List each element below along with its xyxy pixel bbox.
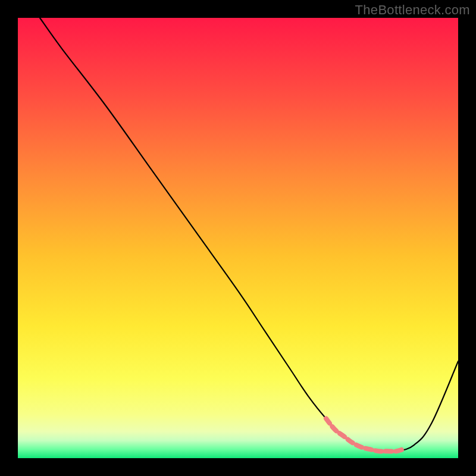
watermark-label: TheBottleneck.com <box>355 2 470 18</box>
curve-layer <box>18 18 458 458</box>
plot-area <box>18 18 458 458</box>
chart-container: TheBottleneck.com <box>0 0 476 476</box>
bottleneck-curve <box>40 18 458 452</box>
optimal-band-highlight <box>326 418 405 451</box>
